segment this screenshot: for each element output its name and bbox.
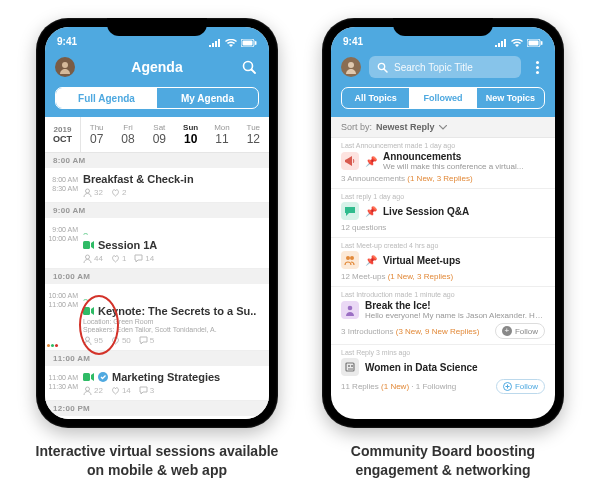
svg-point-10 — [86, 337, 90, 341]
heart-icon — [111, 336, 120, 345]
topic-meta: Last Meet-up created 4 hrs ago — [341, 242, 545, 249]
session-time: 10:00 AM11:00 AM — [45, 289, 83, 345]
session-time: 8:00 AM8:30 AM — [45, 173, 83, 197]
live-icon: ⌢ — [83, 295, 88, 304]
follow-button[interactable]: +Follow — [495, 323, 545, 339]
topic-meta: Last Reply 3 mins ago — [341, 349, 545, 356]
svg-rect-11 — [83, 373, 90, 381]
day-2[interactable]: Sat09 — [144, 117, 175, 152]
svg-point-3 — [62, 62, 68, 68]
svg-point-12 — [98, 372, 108, 382]
svg-rect-1 — [243, 41, 253, 46]
avatar[interactable] — [55, 57, 75, 77]
status-time: 9:41 — [57, 36, 77, 47]
session-item[interactable]: 8:00 AM8:30 AM Breakfast & Check-in 32 2 — [45, 168, 269, 203]
svg-point-25 — [348, 365, 350, 367]
agenda-list[interactable]: 8:00 AM 8:00 AM8:30 AM Breakfast & Check… — [45, 153, 269, 419]
svg-point-13 — [86, 387, 90, 391]
topic-item[interactable]: Last reply 1 day ago 📌 Live Session Q&A — [331, 189, 555, 238]
topic-item[interactable]: Last Introduction made 1 minute ago Brea… — [331, 287, 555, 345]
topic-item[interactable]: Last Meet-up created 4 hrs ago 📌 Virtual… — [331, 238, 555, 287]
session-title: Session 1A — [98, 239, 157, 251]
year-label: 2019 — [54, 125, 72, 134]
tab-full-agenda[interactable]: Full Agenda — [56, 88, 157, 108]
plus-icon — [503, 382, 512, 391]
day-0[interactable]: Thu07 — [81, 117, 112, 152]
svg-point-6 — [86, 189, 90, 193]
session-item[interactable]: 11:00 AM11:30 AM Marketing Strategies 22… — [45, 366, 269, 401]
status-time: 9:41 — [343, 36, 363, 47]
topic-meta: Last Introduction made 1 minute ago — [341, 291, 545, 298]
follow-button[interactable]: Follow — [496, 379, 545, 394]
session-location: Location: Green Room — [83, 318, 261, 325]
topic-item[interactable]: Last Reply 3 mins ago Women in Data Scie… — [331, 345, 555, 399]
session-item[interactable]: 12:00 PM12:30 PM Lunch Breakout 77 40 16 — [45, 416, 269, 419]
session-item[interactable]: 9:00 AM10:00 AM ⌢ Session 1A 44 1 14 — [45, 218, 269, 269]
featured-icon — [98, 372, 108, 382]
svg-line-5 — [251, 69, 255, 73]
pin-icon: 📌 — [365, 156, 377, 167]
search-placeholder: Search Topic Title — [394, 62, 473, 73]
sort-control[interactable]: Sort by: Newest Reply — [331, 117, 555, 138]
phone-agenda: 9:41 Agenda — [36, 18, 278, 428]
svg-point-21 — [346, 256, 350, 260]
board-header: Search Topic Title All Topics Followed N… — [331, 49, 555, 117]
topic-title: Break the Ice! — [365, 300, 545, 311]
search-icon — [377, 62, 388, 73]
heart-icon — [111, 386, 120, 395]
live-icon: ⌢ — [83, 229, 88, 238]
signal-icon — [495, 39, 507, 47]
chat-icon — [341, 202, 359, 220]
phone-board: 9:41 Search Topic Title — [322, 18, 564, 428]
session-title: Breakfast & Check-in — [83, 173, 194, 185]
topic-title: Women in Data Science — [365, 362, 545, 373]
session-meta: 22 14 3 — [83, 386, 261, 395]
avatar[interactable] — [341, 57, 361, 77]
topic-counts: 3 Announcements (1 New, 3 Replies) — [341, 174, 545, 183]
chevron-down-icon — [439, 125, 447, 130]
search-button[interactable] — [239, 57, 259, 77]
tab-all-topics[interactable]: All Topics — [342, 88, 409, 108]
board-tabs: All Topics Followed New Topics — [341, 87, 545, 109]
session-meta: 95 50 5 — [83, 336, 261, 345]
topic-item[interactable]: Last Announcement made 1 day ago 📌 Annou… — [331, 138, 555, 189]
agenda-header: Agenda Full Agenda My Agenda — [45, 49, 269, 117]
month-box[interactable]: 2019 OCT — [45, 117, 81, 152]
session-item[interactable]: 10:00 AM11:00 AM ⌢ Keynote: The Secrets … — [45, 284, 269, 351]
comment-icon — [134, 254, 143, 263]
wifi-icon — [225, 39, 237, 47]
day-1[interactable]: Fri08 — [112, 117, 143, 152]
person-icon — [341, 301, 359, 319]
time-header: 12:00 PM — [45, 401, 269, 416]
attendees-icon — [83, 336, 92, 345]
caption-right: Community Board boosting engagement & ne… — [318, 442, 568, 480]
date-picker: 2019 OCT Thu07 Fri08 Sat09 Sun10 Mon11 T… — [45, 117, 269, 153]
topic-list[interactable]: Last Announcement made 1 day ago 📌 Annou… — [331, 138, 555, 419]
sort-label: Sort by: — [341, 122, 372, 132]
svg-point-26 — [351, 365, 353, 367]
day-3[interactable]: Sun10 — [175, 117, 206, 152]
topic-title: Live Session Q&A — [383, 206, 545, 217]
tab-my-agenda[interactable]: My Agenda — [157, 88, 258, 108]
plus-icon: + — [502, 326, 512, 336]
day-5[interactable]: Tue12 — [238, 117, 269, 152]
topic-title: Announcements — [383, 151, 545, 162]
tab-followed[interactable]: Followed — [409, 88, 476, 108]
agenda-tabs: Full Agenda My Agenda — [55, 87, 259, 109]
topic-desc: We will make this conference a virtual..… — [383, 162, 545, 171]
avatar-icon — [344, 60, 358, 74]
svg-point-18 — [348, 62, 354, 68]
battery-icon — [241, 39, 257, 47]
time-header: 10:00 AM — [45, 269, 269, 284]
more-button[interactable] — [529, 61, 545, 74]
search-input[interactable]: Search Topic Title — [369, 56, 521, 78]
attendees-icon — [83, 386, 92, 395]
svg-point-8 — [86, 255, 90, 259]
svg-rect-17 — [541, 41, 543, 45]
tab-new-topics[interactable]: New Topics — [477, 88, 544, 108]
session-meta: 44 1 14 — [83, 254, 261, 263]
day-4[interactable]: Mon11 — [206, 117, 237, 152]
pin-icon: 📌 — [365, 255, 377, 266]
signal-icon — [209, 39, 221, 47]
notch — [393, 18, 493, 36]
